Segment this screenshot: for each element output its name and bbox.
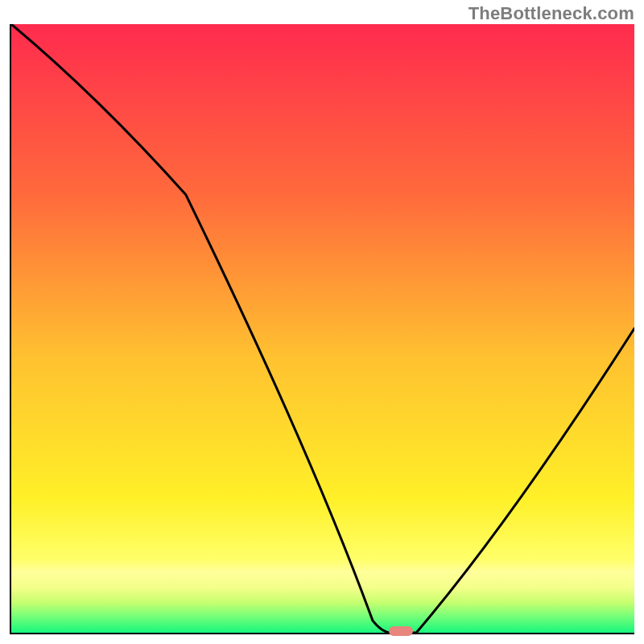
chart-canvas [11, 24, 634, 633]
chart-plot-area [10, 24, 634, 634]
attribution-text: TheBottleneck.com [469, 3, 634, 24]
gradient-background [11, 24, 634, 633]
optimum-marker [389, 626, 413, 636]
